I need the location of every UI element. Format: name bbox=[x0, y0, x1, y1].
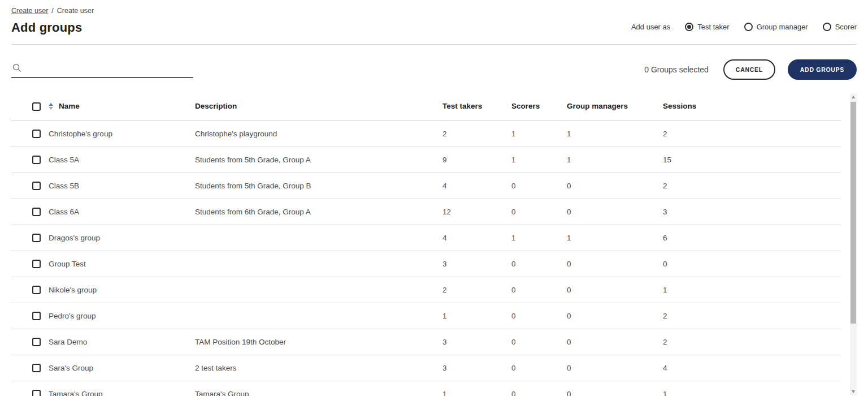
radio-icon bbox=[685, 23, 693, 31]
cell-scorers: 1 bbox=[511, 147, 567, 173]
cell-group-managers: 0 bbox=[567, 277, 663, 303]
table-row: Pedro's group1002 bbox=[11, 303, 841, 329]
page-title: Add groups bbox=[11, 20, 82, 35]
add-groups-page: Create user/Create user Add groups Add u… bbox=[0, 0, 868, 396]
cell-scorers: 0 bbox=[511, 251, 567, 277]
table-row: Class 5AStudents from 5th Grade, Group A… bbox=[11, 147, 841, 173]
search-field[interactable] bbox=[11, 61, 193, 78]
cell-sessions: 2 bbox=[663, 303, 841, 329]
row-checkbox[interactable] bbox=[32, 156, 41, 164]
breadcrumb-current: Create user bbox=[57, 7, 94, 15]
row-checkbox[interactable] bbox=[32, 364, 41, 372]
vertical-scrollbar[interactable] bbox=[850, 93, 857, 395]
cell-test-takers: 1 bbox=[442, 381, 511, 396]
breadcrumb: Create user/Create user bbox=[11, 0, 857, 15]
row-checkbox-cell bbox=[11, 381, 49, 396]
cell-name: Pedro's group bbox=[49, 303, 195, 329]
cell-sessions: 1 bbox=[663, 277, 841, 303]
radio-label: Group manager bbox=[757, 23, 808, 31]
cell-group-managers: 0 bbox=[567, 303, 663, 329]
add-groups-button[interactable]: ADD GROUPS bbox=[788, 59, 857, 80]
title-divider bbox=[11, 44, 857, 45]
cell-scorers: 0 bbox=[511, 329, 567, 355]
cell-name: Nikole's group bbox=[49, 277, 195, 303]
cell-test-takers: 4 bbox=[442, 173, 511, 199]
row-checkbox[interactable] bbox=[32, 130, 41, 138]
cell-description: Tamara's Group bbox=[195, 381, 442, 396]
search-icon bbox=[12, 63, 21, 72]
radio-test-taker[interactable]: Test taker bbox=[685, 23, 729, 31]
cell-scorers: 0 bbox=[511, 303, 567, 329]
cell-test-takers: 3 bbox=[442, 329, 511, 355]
cell-test-takers: 4 bbox=[442, 225, 511, 251]
search-input[interactable] bbox=[27, 63, 192, 72]
cell-description bbox=[195, 303, 442, 329]
row-checkbox-cell bbox=[11, 251, 49, 277]
radio-icon bbox=[744, 23, 753, 31]
column-header-sessions[interactable]: Sessions bbox=[663, 92, 841, 120]
radio-icon bbox=[823, 23, 831, 31]
row-checkbox-cell bbox=[11, 225, 49, 251]
breadcrumb-link-create-user[interactable]: Create user bbox=[11, 7, 48, 15]
row-checkbox[interactable] bbox=[32, 260, 41, 268]
scroll-down-button[interactable] bbox=[850, 388, 857, 395]
cell-group-managers: 1 bbox=[567, 120, 663, 147]
cell-sessions: 6 bbox=[663, 225, 841, 251]
column-header-description[interactable]: Description bbox=[195, 92, 442, 120]
cell-name: Group Test bbox=[49, 251, 195, 277]
row-checkbox-cell bbox=[11, 329, 49, 355]
cell-name: Class 6A bbox=[49, 199, 195, 225]
radio-scorer[interactable]: Scorer bbox=[823, 23, 857, 31]
scrollbar-thumb[interactable] bbox=[850, 102, 856, 324]
table-row: Tamara's GroupTamara's Group1001 bbox=[11, 381, 841, 396]
cell-scorers: 1 bbox=[511, 120, 567, 147]
row-checkbox[interactable] bbox=[32, 286, 41, 294]
scroll-up-icon bbox=[852, 96, 855, 98]
groups-table-container: Name Description Test takers Scorers Gro… bbox=[11, 92, 857, 396]
cell-name: Dragos's group bbox=[49, 225, 195, 251]
scroll-up-button[interactable] bbox=[850, 93, 857, 101]
header-checkbox-cell bbox=[11, 92, 49, 120]
groups-selected-count: 0 Groups selected bbox=[644, 65, 709, 74]
cell-sessions: 4 bbox=[663, 355, 841, 381]
cell-test-takers: 3 bbox=[442, 251, 511, 277]
cell-sessions: 2 bbox=[663, 173, 841, 199]
radio-label: Test taker bbox=[697, 23, 729, 31]
sort-ascending-icon[interactable] bbox=[49, 103, 53, 110]
cell-group-managers: 0 bbox=[567, 251, 663, 277]
column-header-test-takers[interactable]: Test takers bbox=[442, 92, 511, 120]
cell-description bbox=[195, 225, 442, 251]
table-row: Christophe's groupChristophe's playgroun… bbox=[11, 120, 841, 147]
row-checkbox[interactable] bbox=[32, 182, 41, 190]
cell-description: 2 test takers bbox=[195, 355, 442, 381]
column-header-scorers[interactable]: Scorers bbox=[511, 92, 567, 120]
row-checkbox[interactable] bbox=[32, 338, 41, 346]
column-header-name[interactable]: Name bbox=[49, 92, 195, 120]
table-row: Class 5BStudents from 5th Grade, Group B… bbox=[11, 173, 841, 199]
cell-test-takers: 1 bbox=[442, 303, 511, 329]
cell-scorers: 0 bbox=[511, 355, 567, 381]
groups-table-header: Name Description Test takers Scorers Gro… bbox=[11, 92, 841, 120]
row-checkbox[interactable] bbox=[32, 208, 41, 216]
row-checkbox-cell bbox=[11, 173, 49, 199]
toolbar-actions: 0 Groups selected CANCEL ADD GROUPS bbox=[644, 59, 857, 80]
cell-group-managers: 0 bbox=[567, 329, 663, 355]
toolbar: 0 Groups selected CANCEL ADD GROUPS bbox=[11, 59, 857, 80]
cancel-button[interactable]: CANCEL bbox=[723, 59, 775, 80]
column-header-group-managers[interactable]: Group managers bbox=[567, 92, 663, 120]
row-checkbox-cell bbox=[11, 120, 49, 147]
row-checkbox[interactable] bbox=[32, 234, 41, 242]
row-checkbox-cell bbox=[11, 303, 49, 329]
cell-description bbox=[195, 251, 442, 277]
row-checkbox[interactable] bbox=[32, 312, 41, 320]
table-row: Group Test3000 bbox=[11, 251, 841, 277]
cell-group-managers: 0 bbox=[567, 173, 663, 199]
groups-table: Name Description Test takers Scorers Gro… bbox=[11, 92, 841, 396]
cell-sessions: 15 bbox=[663, 147, 841, 173]
cell-name: Class 5A bbox=[49, 147, 195, 173]
cell-test-takers: 12 bbox=[442, 199, 511, 225]
select-all-checkbox[interactable] bbox=[32, 102, 41, 111]
row-checkbox[interactable] bbox=[32, 390, 41, 396]
radio-group-manager[interactable]: Group manager bbox=[744, 23, 808, 31]
cell-test-takers: 9 bbox=[442, 147, 511, 173]
